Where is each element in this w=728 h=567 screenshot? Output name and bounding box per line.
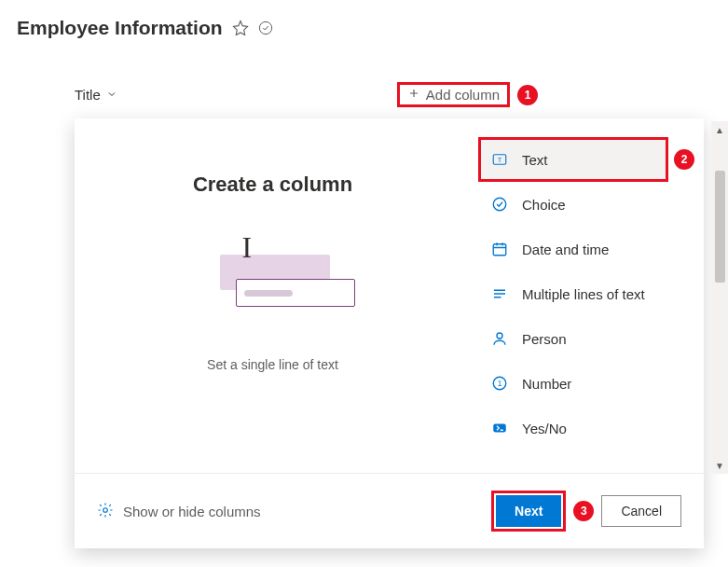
panel-preview: Create a column I Set a single line of t… (75, 118, 471, 473)
scroll-down-arrow-icon[interactable]: ▼ (711, 457, 728, 474)
column-type-label: Text (522, 152, 548, 168)
column-type-label: Date and time (522, 242, 609, 257)
panel-subheading: Set a single line of text (207, 357, 338, 372)
svg-point-3 (493, 198, 506, 211)
show-hide-columns-label: Show or hide columns (123, 504, 261, 519)
column-type-datetime[interactable]: Date and time (478, 227, 694, 271)
text-column-illustration: I (194, 236, 352, 320)
text-cursor-icon: I (242, 230, 253, 265)
vertical-scrollbar[interactable]: ▲ ▼ (711, 121, 728, 474)
svg-point-9 (103, 507, 108, 512)
annotation-3: 3 (573, 501, 594, 521)
column-type-label: Choice (522, 197, 566, 213)
chevron-down-icon (106, 87, 117, 103)
column-type-number[interactable]: 1 Number (478, 361, 694, 406)
annotation-1: 1 (517, 85, 538, 105)
column-header-title[interactable]: Title (75, 87, 117, 103)
multiline-type-icon (490, 284, 509, 303)
column-type-choice[interactable]: Choice (478, 182, 694, 227)
page-header: Employee Information (0, 0, 728, 48)
gear-icon (97, 502, 114, 521)
check-circle-icon (258, 21, 273, 35)
show-hide-columns-link[interactable]: Show or hide columns (97, 502, 261, 521)
column-type-yesno[interactable]: Yes/No (478, 406, 694, 450)
next-button-highlight: Next (491, 491, 566, 532)
column-type-person[interactable]: Person (478, 316, 694, 361)
column-type-label: Person (522, 331, 567, 347)
text-type-icon: T (490, 150, 509, 169)
column-type-multiline[interactable]: Multiple lines of text (478, 271, 694, 316)
svg-point-0 (259, 21, 271, 34)
svg-point-5 (497, 333, 502, 339)
add-column-label: Add column (426, 87, 500, 103)
add-column-button[interactable]: Add column (397, 82, 510, 107)
choice-type-icon (490, 195, 509, 214)
svg-text:T: T (498, 156, 502, 164)
plus-icon (407, 87, 420, 103)
panel-footer: Show or hide columns Next 3 Cancel (75, 473, 704, 548)
svg-text:1: 1 (498, 380, 502, 388)
column-type-label: Multiple lines of text (522, 286, 645, 302)
list-column-headers: Title Add column 1 (0, 48, 728, 118)
page-title: Employee Information (17, 17, 223, 39)
panel-heading: Create a column (193, 173, 352, 197)
next-button[interactable]: Next (496, 495, 561, 527)
cancel-button[interactable]: Cancel (601, 495, 681, 527)
column-header-label: Title (75, 87, 101, 103)
next-button-label: Next (515, 504, 543, 519)
person-type-icon (490, 329, 509, 348)
column-type-label: Number (522, 376, 571, 392)
cancel-button-label: Cancel (621, 504, 662, 519)
column-type-label: Yes/No (522, 421, 567, 436)
scroll-thumb[interactable] (715, 171, 725, 283)
scroll-up-arrow-icon[interactable]: ▲ (711, 121, 728, 138)
annotation-2: 2 (674, 149, 694, 170)
column-type-list: T Text 2 Choice Date and time (471, 118, 704, 473)
favorite-star-icon[interactable] (232, 20, 249, 36)
yesno-type-icon (490, 419, 509, 437)
calendar-type-icon (490, 240, 509, 258)
scroll-track[interactable] (711, 138, 728, 457)
column-type-text[interactable]: T Text (478, 137, 668, 182)
svg-rect-4 (493, 244, 506, 256)
number-type-icon: 1 (490, 374, 509, 393)
create-column-panel: Create a column I Set a single line of t… (75, 118, 704, 548)
